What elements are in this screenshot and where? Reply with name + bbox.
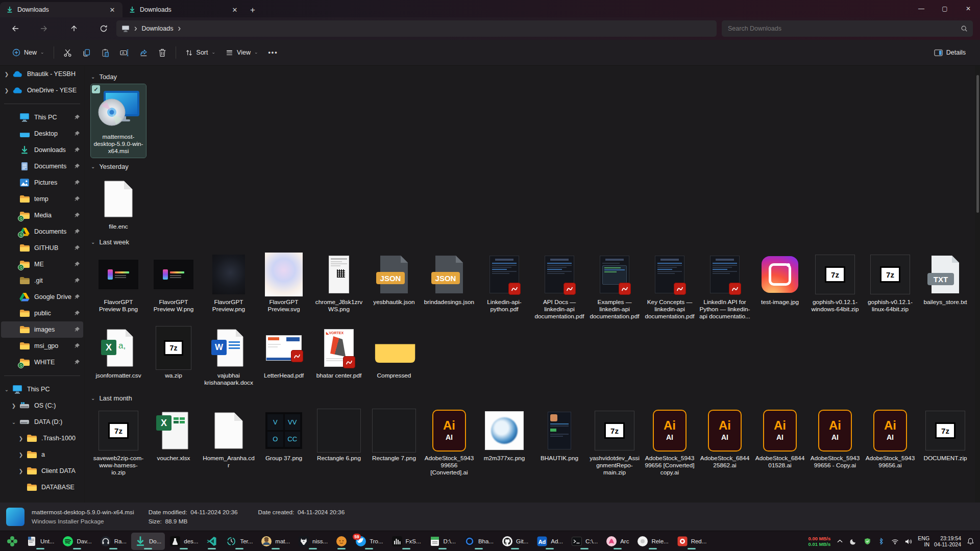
file-tile[interactable]: FlavorGPT Preview B.png: [91, 249, 146, 316]
new-button[interactable]: New⌄: [7, 45, 50, 60]
tab-close-icon[interactable]: ✕: [107, 5, 117, 15]
sidebar-item-onedrive-yese[interactable]: ❯OneDrive - YESE: [1, 82, 83, 98]
details-pane-button[interactable]: Details: [929, 45, 971, 60]
file-tile[interactable]: Linkedin-api-python.pdf: [477, 249, 532, 316]
maximize-button[interactable]: ▢: [933, 0, 957, 17]
sidebar-tree-a[interactable]: ❯a: [1, 446, 83, 463]
chevron-right-icon[interactable]: ❯: [15, 468, 27, 474]
sidebar-item-msi-gpo[interactable]: msi_gpo: [1, 338, 83, 354]
file-tile[interactable]: Xvoucher.xlsx: [146, 406, 201, 465]
night-light-icon[interactable]: [849, 537, 858, 546]
scrollbar[interactable]: [976, 69, 979, 500]
sidebar-item-bhautik-yesbh[interactable]: ❯Bhautik - YESBH: [1, 66, 83, 82]
chevron-right-icon[interactable]: ❯: [8, 403, 19, 409]
sidebar-tree-client-data[interactable]: ❯Client DATA: [1, 463, 83, 479]
file-tile[interactable]: test-image.jpg: [752, 249, 807, 309]
file-tile[interactable]: Homem_Aranha.cdr: [201, 406, 256, 472]
search-input[interactable]: [727, 24, 961, 33]
section-header[interactable]: ⌄Yesterday: [91, 159, 975, 174]
sidebar-item-media[interactable]: Media: [1, 207, 83, 223]
taskbar-app-arc[interactable]: Arc: [602, 533, 632, 550]
sidebar-item-me[interactable]: ME: [1, 256, 83, 272]
up-button[interactable]: [64, 20, 84, 37]
wifi-icon[interactable]: [890, 537, 899, 546]
file-tile[interactable]: BHAUTIK.png: [532, 406, 587, 465]
start-button[interactable]: [3, 533, 21, 550]
taskbar-app-ra[interactable]: Ra...: [96, 533, 130, 550]
copy-button[interactable]: [77, 45, 96, 61]
file-tile[interactable]: Rectangle 6.png: [311, 406, 366, 465]
file-tile[interactable]: AiAIAdobeStock_684425862.ai: [697, 406, 752, 472]
taskbar-app-rele[interactable]: Rele...: [633, 533, 672, 550]
tab-close-icon[interactable]: ✕: [230, 5, 240, 15]
sidebar-item-pictures[interactable]: Pictures: [1, 174, 83, 191]
new-tab-button[interactable]: +: [245, 3, 260, 17]
taskbar-app-vscode[interactable]: [203, 533, 221, 550]
chevron-down-icon[interactable]: ⌄: [91, 395, 95, 401]
minimize-button[interactable]: —: [910, 0, 933, 17]
tab-downloads-2[interactable]: Downloads ✕: [122, 2, 245, 17]
sidebar-tree--trash-1000[interactable]: ❯.Trash-1000: [1, 430, 83, 446]
taskbar-app-dav[interactable]: Dav...: [59, 533, 95, 550]
sidebar-item-white[interactable]: WHITE: [1, 354, 83, 370]
hidden-icons-button[interactable]: [835, 537, 844, 546]
file-tile[interactable]: Examples — linkedin-api documentation.pd…: [587, 249, 642, 323]
taskbar-app-ter[interactable]: Ter...: [222, 533, 256, 550]
file-tile[interactable]: AiAIAdobeStock_594399656 [Converted] cop…: [642, 406, 697, 479]
refresh-button[interactable]: [94, 20, 113, 37]
sidebar-item-this-pc[interactable]: This PC: [1, 109, 83, 126]
breadcrumb[interactable]: ❯ Downloads ❯: [116, 20, 717, 37]
delete-button[interactable]: [153, 45, 172, 61]
file-tile[interactable]: Rectangle 7.png: [366, 406, 422, 465]
tab-downloads-1[interactable]: Downloads ✕: [0, 2, 122, 17]
chevron-down-icon[interactable]: ⌄: [1, 387, 12, 392]
view-button[interactable]: View⌄: [220, 45, 263, 60]
more-options-button[interactable]: •••: [263, 45, 283, 60]
file-tile[interactable]: TXTbaileys_store.txt: [918, 249, 973, 309]
file-tile[interactable]: FlavorGPT Preview W.png: [146, 249, 201, 316]
taskbar-app-mat[interactable]: mat...: [257, 533, 293, 550]
chevron-down-icon[interactable]: ⌄: [8, 419, 19, 425]
sort-button[interactable]: Sort⌄: [180, 45, 220, 60]
chevron-down-icon[interactable]: ⌄: [91, 74, 95, 80]
file-tile[interactable]: Xa,jsonformatter.csv: [91, 323, 146, 382]
file-tile[interactable]: FlavorGPT Preview.svg: [256, 249, 311, 316]
sidebar-item-public[interactable]: public: [1, 305, 83, 321]
notification-bell-icon[interactable]: [966, 537, 975, 546]
breadcrumb-chevron-icon[interactable]: ❯: [177, 27, 181, 31]
rename-button[interactable]: A: [115, 45, 134, 61]
taskbar-app-do[interactable]: Do...: [131, 533, 165, 550]
file-tile[interactable]: 7zsaveweb2zip-com-www-harness-io.zip: [91, 406, 146, 479]
chevron-right-icon[interactable]: ❯: [1, 71, 12, 77]
sidebar-item-downloads[interactable]: Downloads: [1, 142, 83, 158]
close-button[interactable]: ✕: [957, 0, 980, 17]
antivirus-shield-icon[interactable]: [863, 537, 872, 546]
file-tile[interactable]: 7zwa.zip: [146, 323, 201, 382]
chevron-right-icon[interactable]: ❯: [15, 436, 27, 441]
clock[interactable]: 23:19:5404-11-2024: [934, 535, 961, 547]
taskbar-app-fxs[interactable]: FxS...: [388, 533, 425, 550]
file-tile[interactable]: LetterHead.pdf: [256, 323, 311, 382]
chevron-right-icon[interactable]: ❯: [15, 452, 27, 458]
file-tile[interactable]: 7zyashvidotdev_AssignmentRepo-main.zip: [587, 406, 642, 479]
file-tile[interactable]: VVVOCCGroup 37.png: [256, 406, 311, 465]
bluetooth-icon[interactable]: [876, 537, 886, 546]
taskbar-app-red[interactable]: Red...: [673, 533, 710, 550]
sidebar-tree-data-d-[interactable]: ⌄DATA (D:): [1, 414, 83, 430]
sidebar-item-google-drive[interactable]: Google Drive: [1, 289, 83, 305]
file-tile[interactable]: chrome_J8sk1zrvWS.png: [311, 249, 366, 316]
file-tile[interactable]: JSONbrindadesings.json: [422, 249, 477, 309]
chevron-down-icon[interactable]: ⌄: [91, 164, 95, 169]
file-tile[interactable]: AiAIAdobeStock_594399656 - Copy.ai: [807, 406, 863, 472]
file-tile[interactable]: AiAIAdobeStock_594399656.ai: [863, 406, 918, 472]
breadcrumb-path[interactable]: Downloads: [142, 25, 174, 32]
section-header[interactable]: ⌄Today: [91, 69, 975, 84]
sidebar-tree-this-pc[interactable]: ⌄This PC: [1, 381, 83, 397]
back-button[interactable]: [5, 20, 24, 37]
search-box[interactable]: [722, 20, 973, 37]
file-tile[interactable]: file.enc: [91, 174, 146, 233]
taskbar-app-orange-circle[interactable]: [332, 533, 351, 550]
taskbar-app-bha[interactable]: Bha...: [460, 533, 497, 550]
sidebar-item-desktop[interactable]: ath d="M1 3q0-2 2-2h5l2 2h8q2 0 2 2v8q0 …: [1, 126, 83, 142]
sidebar-tree-os-c-[interactable]: ❯OS (C:): [1, 397, 83, 414]
